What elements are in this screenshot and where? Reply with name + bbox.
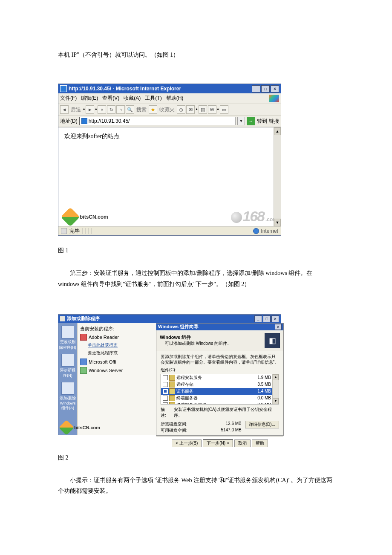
figure2-caption: 图 2 [58,452,334,463]
arp-maximize-button[interactable]: □ [263,315,271,322]
address-input[interactable]: http://10.91.30.45/ [79,117,236,125]
wizard-subheading: 可以添加或删除 Windows 的组件。 [165,341,231,347]
mail-button[interactable]: ✉ [186,105,195,114]
ie-app-icon [60,85,67,92]
office-icon [80,358,87,365]
component-icon [169,375,175,381]
links-label[interactable]: 链接 [269,118,279,125]
wizard-back-button[interactable]: < 上一步(B) [172,439,202,447]
back-button[interactable]: ◄ [60,105,69,114]
arp-bitscn-watermark: bitsCN.com [61,422,100,433]
menu-edit[interactable]: 编辑(E) [81,95,98,102]
bitscn-watermark: bitsCN.com [63,210,108,224]
stop-button[interactable]: × [98,105,106,114]
minimize-button[interactable]: _ [252,85,260,92]
wizard-head-icon: ◧ [265,333,280,348]
arp-title-text: 添加或删除程序 [67,315,100,322]
go-button[interactable]: → [247,117,255,125]
forward-button[interactable]: ► [86,105,94,114]
ie-window: http://10.91.30.45/ - Microsoft Internet… [58,84,281,236]
arp-minimize-button[interactable]: _ [254,315,262,322]
add-new-icon [61,354,74,367]
avail-space-value: 5147.0 MB [221,428,241,434]
current-programs-label: 当前安装的程序: [80,326,159,332]
req-space-label: 所需磁盘空间: [161,421,187,427]
arp-close-button[interactable]: × [271,315,279,322]
winserver-icon [80,367,87,374]
back-label: 后退 [71,106,81,113]
address-dropdown[interactable]: ▼ [237,117,245,125]
url-text: http://10.91.30.45/ [89,118,130,124]
ie-viewport: 欢迎来到softer的站点 bitsCN.com 168.com ▲ ▼ [58,127,281,226]
add-windows-icon [61,382,74,395]
vertical-scrollbar[interactable]: ▲ ▼ [274,127,281,226]
ie-title-text: http://10.91.30.45/ - Microsoft Internet… [69,86,181,92]
menu-tools[interactable]: 工具(T) [145,95,161,102]
favorites-icon[interactable]: ★ [149,105,157,114]
home-button[interactable]: ⌂ [116,105,125,114]
program-winserver[interactable]: Windows Server [80,367,159,374]
arp-titlebar: 添加或删除程序 _ □ × [58,315,281,323]
scroll-up-icon[interactable]: ▲ [274,127,281,135]
internet-zone-icon [253,228,259,234]
wizard-close-button[interactable]: × [275,324,282,330]
menu-help[interactable]: 帮助(H) [166,95,184,102]
ie-addressbar: 地址(D) http://10.91.30.45/ ▼ → 转到 链接 [58,116,281,127]
wizard-help-button[interactable]: 帮助 [252,439,268,447]
wizard-title: Windows 组件向导 [158,324,199,330]
close-button[interactable]: × [271,85,279,92]
page-icon [81,118,87,124]
ie-menubar: 文件(F) 编辑(E) 查看(V) 收藏(A) 工具(T) 帮助(H) [58,93,281,104]
details-button[interactable]: 详细信息(D)... [245,421,279,428]
components-label: 组件(C): [161,367,279,373]
component-icon [169,388,175,394]
wizard-cancel-button[interactable]: 取消 [234,439,251,447]
favorites-label: 收藏夹 [159,106,175,113]
internet-zone-text: Internet [261,228,278,234]
program-office[interactable]: Microsoft Offi [80,358,159,365]
desc-label: 描述: [161,407,170,419]
intro-line: 本机 IP"（不含引号）就可以访问。（如图 1） [58,49,334,60]
discuss-button[interactable]: ▭ [220,105,228,114]
menu-view[interactable]: 查看(V) [102,95,119,102]
wizard-heading: Windows 组件 [160,334,231,341]
wizard-next-button[interactable]: 下一步(N) > [203,439,233,447]
components-list[interactable]: 远程安装服务1.9 MB 远程存储3.5 MB 证书服务1.4 MB 终端服务器… [161,374,279,405]
search-icon[interactable]: 🔍 [126,105,134,114]
program-adobe[interactable]: Adobe Reader [80,334,159,341]
edit-button[interactable]: W [208,105,216,114]
bitscn-logo-icon [61,208,80,227]
search-label: 搜索 [136,106,147,113]
scroll-down-icon[interactable]: ▼ [274,219,281,226]
it168-watermark: 168.com [231,208,277,225]
sidebar-add-new[interactable]: 添加新程序(N) [58,354,77,379]
component-icon [169,402,175,405]
go-label: 转到 [257,118,267,125]
figure1-caption: 图 1 [58,245,334,256]
refresh-button[interactable]: ↻ [107,105,115,114]
page-welcome-text: 欢迎来到softer的站点 [58,127,281,145]
add-remove-window: 添加或删除程序 _ □ × 更改或删除程序(H) 添加新程序(N) 添加/ [58,314,281,435]
sidebar-add-windows[interactable]: 添加/删除 Windows 组件(A) [58,382,77,411]
menu-file[interactable]: 文件(F) [60,95,77,102]
ie-titlebar: http://10.91.30.45/ - Microsoft Internet… [58,84,281,93]
change-program-text: 要更改此程序或 [88,350,159,356]
support-link[interactable]: 单击此处获得支 [88,342,159,348]
maximize-button[interactable]: □ [261,85,270,92]
desc-text: 安装证书颁发机构(CA)以便颁发证书用于公钥安全程序。 [174,407,280,419]
arp-program-list: 当前安装的程序: Adobe Reader 单击此处获得支 要更改此程序或 Mi… [77,323,161,435]
ie-statusbar: 完毕 Internet [58,226,281,235]
print-button[interactable]: ▤ [199,105,207,114]
bitscn-text: bitsCN.com [80,214,108,220]
sidebar-change-remove[interactable]: 更改或删除程序(H) [58,326,77,350]
bitscn-logo-icon [59,419,75,435]
status-done-text: 完毕 [69,228,80,235]
document-body: 本机 IP"（不含引号）就可以访问。（如图 1） http://10.91.30… [0,0,392,534]
ie-toolbar: ◄ 后退 • ► • × ↻ ⌂ 🔍 搜索 ★ 收藏夹 ◷ ✉ • ▤ W • … [58,104,281,116]
component-cert-services: 证书服务1.4 MB [161,388,279,395]
menu-favorites[interactable]: 收藏(A) [124,95,141,102]
arp-app-icon [60,316,65,321]
history-button[interactable]: ◷ [177,105,185,114]
tip-paragraph: 小提示：证书服务有两个子选项"证书服务 Web 注册支持"和"证书服务颁发机构(… [58,475,334,496]
bitscn-text: bitsCN.com [74,425,100,430]
